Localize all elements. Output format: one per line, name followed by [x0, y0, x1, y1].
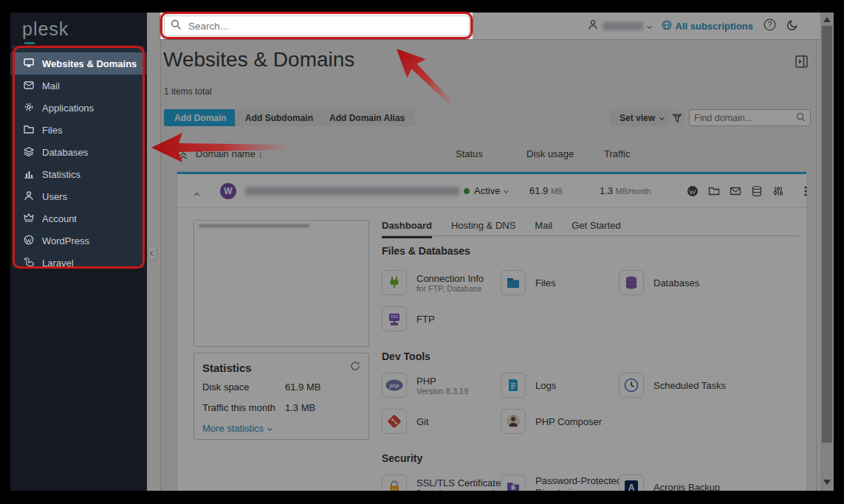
sidebar-item-databases[interactable]: Databases — [10, 141, 147, 163]
add-domain-alias-button[interactable]: Add Domain Alias — [319, 109, 415, 126]
collapse-row-icon[interactable] — [195, 187, 199, 200]
sidebar-collapse-toggle[interactable] — [148, 246, 157, 260]
sidebar-item-mail[interactable]: Mail — [10, 75, 147, 97]
status-dot — [464, 188, 470, 194]
ftp-monitor-icon — [382, 306, 407, 331]
col-header-domain[interactable]: Domain name ↓ — [196, 148, 263, 159]
logs-doc-icon — [501, 373, 526, 398]
php-icon: php — [382, 373, 407, 398]
refresh-icon[interactable] — [350, 361, 360, 374]
sidebar-item-wordpress[interactable]: WordPress — [10, 229, 147, 252]
sidebar-item-statistics[interactable]: Statistics — [10, 163, 147, 185]
redacted-username — [603, 22, 643, 30]
tile-php-composer[interactable]: PHP Composer — [501, 409, 602, 434]
git-icon — [382, 409, 407, 434]
folder-action-icon[interactable] — [708, 185, 720, 200]
tile-databases[interactable]: Databases — [619, 270, 699, 295]
wordpress-icon — [24, 235, 34, 247]
tab-rule — [382, 235, 800, 236]
sidebar-item-users[interactable]: Users — [10, 185, 147, 207]
add-domain-button[interactable]: Add Domain — [164, 109, 237, 126]
set-view-button[interactable]: Set view — [609, 109, 674, 126]
svg-text:A: A — [628, 483, 635, 491]
topbar: All subscriptions ? — [161, 13, 820, 40]
status-badge[interactable]: Active — [464, 185, 508, 196]
content-right-divider — [816, 40, 817, 491]
search-icon — [171, 19, 182, 33]
col-header-status[interactable]: Status — [456, 148, 483, 159]
sidebar-item-account[interactable]: Account — [10, 207, 147, 229]
crown-icon — [24, 213, 34, 225]
col-header-disk[interactable]: Disk usage — [526, 148, 574, 159]
settings-sliders-icon[interactable] — [772, 185, 784, 200]
sidebar-item-laravel[interactable]: Laravel — [10, 252, 147, 274]
statistics-title: Statistics — [202, 362, 252, 374]
sidebar-item-label: Databases — [42, 147, 88, 158]
tile-php[interactable]: php PHPVersion 8.3.19 — [382, 373, 468, 398]
svg-text:php: php — [389, 383, 400, 389]
tile-acronis-backup[interactable]: A Acronis Backup — [619, 474, 720, 491]
protected-folder-icon — [501, 474, 526, 491]
user-icon — [24, 190, 34, 203]
sidebar-collapse-rail — [147, 13, 161, 491]
tile-ftp[interactable]: FTP — [382, 306, 435, 331]
tile-git[interactable]: Git — [382, 409, 429, 434]
sidebar-item-applications[interactable]: Applications — [10, 97, 147, 119]
kebab-menu-icon[interactable] — [804, 185, 807, 200]
bar-chart-icon — [24, 168, 34, 181]
funnel-icon — [672, 113, 682, 123]
scroll-up-arrow[interactable] — [823, 17, 831, 22]
stat-traffic: Traffic this month1.3 MB — [202, 402, 360, 413]
layers-icon — [24, 146, 34, 159]
disk-usage-value: 61.9 MB — [529, 185, 563, 196]
chevron-left-icon — [150, 250, 155, 255]
side-panel-icon[interactable] — [795, 55, 808, 71]
tile-ssl-certificates[interactable]: SSL/TLS CertificatesDomain not secured — [382, 474, 506, 491]
scrollbar[interactable] — [820, 13, 834, 491]
collapse-all-icon[interactable] — [179, 150, 188, 163]
sidebar-item-websites-domains[interactable]: Websites & Domains — [10, 52, 147, 75]
col-header-traffic[interactable]: Traffic — [604, 148, 630, 159]
database-action-icon[interactable] — [751, 185, 763, 200]
global-search[interactable] — [164, 15, 470, 36]
tile-files[interactable]: Files — [501, 270, 555, 295]
database-purple-icon — [619, 270, 644, 295]
svg-text:?: ? — [768, 21, 772, 29]
status-label: Active — [474, 185, 500, 196]
stat-disk-space: Disk space61.9 MB — [202, 382, 360, 393]
monitor-icon — [24, 58, 34, 70]
site-preview[interactable] — [193, 220, 369, 347]
traffic-value: 1.3 MB/month — [600, 185, 651, 196]
site-preview-text — [199, 224, 309, 227]
search-input[interactable] — [187, 20, 463, 32]
user-menu[interactable] — [588, 19, 651, 33]
mail-action-icon[interactable] — [730, 185, 741, 200]
tile-connection-info[interactable]: Connection Infofor FTP, Database — [382, 270, 484, 295]
section-files-databases: Files & Databases — [382, 245, 470, 257]
scroll-down-arrow[interactable] — [823, 480, 831, 485]
dark-mode-moon-icon[interactable] — [786, 19, 798, 34]
row-actions — [687, 185, 807, 200]
section-dev-tools: Dev Tools — [382, 351, 430, 362]
gear-icon — [24, 102, 34, 114]
sidebar: plesk Websites & Domains Mail Applicatio… — [10, 13, 147, 491]
sidebar-item-label: Files — [42, 125, 62, 136]
scrollbar-thumb[interactable] — [822, 26, 832, 443]
tile-scheduled-tasks[interactable]: Scheduled Tasks — [619, 373, 726, 398]
sidebar-item-label: Applications — [42, 103, 94, 114]
filter-button[interactable] — [668, 110, 685, 126]
sidebar-item-label: WordPress — [42, 235, 89, 246]
folder-icon — [24, 124, 34, 137]
add-subdomain-button[interactable]: Add Subdomain — [235, 109, 323, 126]
sidebar-item-label: Mail — [42, 80, 60, 92]
wordpress-action-icon[interactable] — [687, 185, 699, 200]
find-domain-input[interactable] — [689, 109, 811, 126]
help-icon[interactable]: ? — [764, 18, 776, 34]
more-statistics-link[interactable]: More statistics — [202, 423, 360, 434]
sidebar-item-files[interactable]: Files — [10, 119, 147, 141]
domain-row: W Active 61.9 MB 1.3 MB/month — [177, 174, 806, 208]
tile-logs[interactable]: Logs — [501, 373, 556, 398]
laravel-icon — [24, 257, 34, 269]
acronis-icon: A — [619, 474, 644, 491]
all-subscriptions-link[interactable]: All subscriptions — [662, 20, 753, 32]
